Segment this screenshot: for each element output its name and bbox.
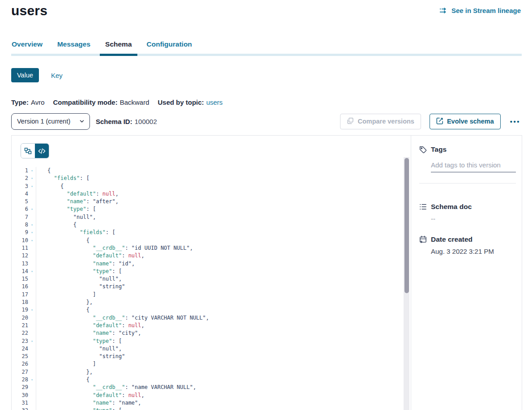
- more-actions-button[interactable]: •••: [509, 116, 521, 127]
- code-text: "type": [: [36, 205, 96, 213]
- line-gutter: 32▾: [12, 407, 36, 410]
- tab-schema[interactable]: Schema: [105, 40, 132, 54]
- editor-scrollbar-thumb[interactable]: [404, 158, 409, 293]
- value-key-toggle: Value Key: [11, 68, 63, 82]
- code-line: 21 "default": null,: [12, 322, 403, 329]
- line-gutter: 19▾: [12, 306, 36, 314]
- line-number: 7: [12, 214, 28, 221]
- code-line: 14▾ "type": [: [12, 268, 403, 275]
- tab-overview[interactable]: Overview: [11, 40, 43, 54]
- date-created-header: Date created: [419, 235, 516, 243]
- stream-lineage-label: See in Stream lineage: [451, 7, 521, 14]
- evolve-schema-label: Evolve schema: [447, 118, 494, 125]
- line-number: 26: [12, 360, 28, 368]
- value-tab-button[interactable]: Value: [11, 68, 39, 82]
- tag-icon: [419, 146, 427, 154]
- editor-view-toggle: [21, 143, 49, 158]
- fold-toggle-icon[interactable]: ▾: [28, 229, 36, 236]
- tab-configuration[interactable]: Configuration: [146, 40, 193, 54]
- see-in-stream-lineage-link[interactable]: See in Stream lineage: [439, 7, 521, 14]
- line-gutter: 3▾: [12, 183, 36, 190]
- tree-view-button[interactable]: [21, 144, 35, 158]
- schema-editor-pane: 1▾{2▾ "fields": [3▾ {4 "default": null,5…: [12, 136, 411, 410]
- page-title: users: [11, 2, 47, 20]
- code-text: "fields": [: [36, 229, 115, 236]
- fold-toggle-icon[interactable]: ▾: [28, 337, 36, 345]
- fold-toggle-icon[interactable]: ▾: [28, 268, 36, 275]
- key-tab-link[interactable]: Key: [51, 72, 63, 79]
- line-number: 17: [12, 291, 28, 299]
- version-select[interactable]: Version 1 (current): [11, 113, 90, 130]
- code-text: "string": [36, 283, 125, 290]
- meta-item: Used by topic:users: [158, 98, 223, 106]
- code-text: },: [36, 299, 93, 306]
- line-number: 11: [12, 244, 28, 252]
- code-text: ]: [36, 291, 96, 299]
- code-text: "name": "city",: [36, 329, 141, 337]
- line-number: 21: [12, 322, 28, 329]
- line-number: 19: [12, 306, 28, 314]
- line-number: 22: [12, 329, 28, 337]
- line-number: 20: [12, 314, 28, 322]
- date-created-value: Aug. 3 2022 3:21 PM: [431, 248, 516, 255]
- add-tags-input[interactable]: [431, 160, 516, 172]
- line-number: 5: [12, 198, 28, 205]
- code-text: "default": null,: [36, 190, 119, 198]
- code-text: "type": [: [36, 337, 122, 345]
- code-line: 18 },: [12, 299, 403, 306]
- code-text: "name": "after",: [36, 198, 119, 205]
- code-line: 9▾ "fields": [: [12, 229, 403, 236]
- line-number: 13: [12, 260, 28, 268]
- compare-versions-label: Compare versions: [358, 118, 414, 125]
- code-text: "name": "name",: [36, 399, 141, 407]
- schema-code-editor[interactable]: 1▾{2▾ "fields": [3▾ {4 "default": null,5…: [12, 167, 403, 410]
- meta-value-link[interactable]: users: [206, 98, 223, 106]
- line-number: 23: [12, 337, 28, 345]
- evolve-schema-button[interactable]: Evolve schema: [430, 114, 501, 129]
- compare-versions-button: Compare versions: [340, 114, 421, 129]
- line-gutter: 18: [12, 299, 36, 306]
- code-line: 28▾ {: [12, 376, 403, 384]
- code-line: 3▾ {: [12, 183, 403, 190]
- line-number: 15: [12, 275, 28, 283]
- fold-toggle-icon[interactable]: ▾: [28, 237, 36, 244]
- code-line: 6▾ "type": [: [12, 205, 403, 213]
- code-text: "default": null,: [36, 252, 145, 260]
- tab-row: OverviewMessagesSchemaConfiguration: [11, 40, 522, 54]
- fold-toggle-icon[interactable]: ▾: [28, 221, 36, 229]
- fold-toggle-icon[interactable]: ▾: [28, 205, 36, 213]
- line-gutter: 5: [12, 198, 36, 205]
- code-line: 4 "default": null,: [12, 190, 403, 198]
- schema-doc-value: --: [431, 215, 516, 222]
- line-number: 18: [12, 299, 28, 306]
- schema-doc-header: Schema doc: [419, 203, 516, 211]
- fold-toggle-icon[interactable]: ▾: [28, 183, 36, 190]
- line-number: 6: [12, 205, 28, 213]
- code-line: 17 ]: [12, 291, 403, 299]
- schema-doc-section: Schema doc --: [419, 203, 516, 222]
- code-line: 2▾ "fields": [: [12, 175, 403, 182]
- fold-toggle-icon[interactable]: ▾: [28, 306, 36, 314]
- fold-toggle-icon[interactable]: ▾: [28, 167, 36, 175]
- line-gutter: 24: [12, 345, 36, 353]
- meta-label: Type:: [11, 98, 29, 106]
- code-text: {: [36, 221, 77, 229]
- code-text: "__crdb__": "name VARCHAR NULL",: [36, 384, 196, 391]
- fold-toggle-icon[interactable]: ▾: [28, 376, 36, 384]
- code-line: 29 "__crdb__": "name VARCHAR NULL",: [12, 384, 403, 391]
- code-text: "type": [: [36, 407, 122, 410]
- code-view-icon: [38, 148, 46, 154]
- code-text: "name": "id",: [36, 260, 135, 268]
- line-gutter: 25: [12, 353, 36, 360]
- fold-toggle-icon[interactable]: ▾: [28, 407, 36, 410]
- code-line: 30 "default": null,: [12, 392, 403, 399]
- fold-toggle-icon[interactable]: ▾: [28, 175, 36, 182]
- line-number: 10: [12, 237, 28, 244]
- code-view-button[interactable]: [35, 144, 49, 158]
- edit-icon: [436, 117, 443, 126]
- tags-title: Tags: [431, 145, 447, 154]
- code-line: 26 ]: [12, 360, 403, 368]
- tab-messages[interactable]: Messages: [57, 40, 91, 54]
- meta-value: Backward: [120, 98, 149, 106]
- line-gutter: 2▾: [12, 175, 36, 182]
